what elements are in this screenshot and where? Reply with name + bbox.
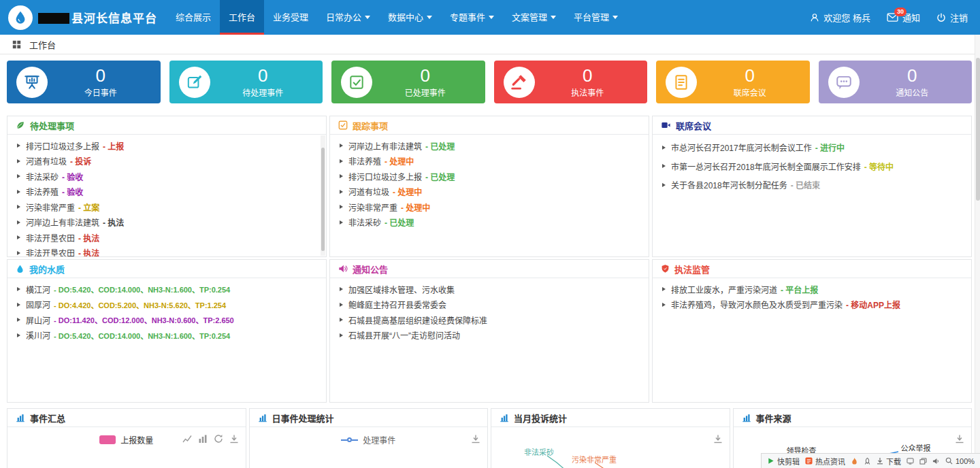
pending-item[interactable]: 河道有垃圾- 投诉 [7, 154, 326, 169]
notice-item[interactable]: 石城县开展“八一”走访慰问活动 [330, 328, 649, 344]
tracking-item[interactable]: 排污口垃圾过多上报- 已处理 [330, 169, 649, 184]
download-button[interactable]: 下载 [877, 456, 901, 467]
nav-item-platform-mgmt[interactable]: 平台管理 [565, 0, 627, 35]
panel-pending-items: 待处理事项 排污口垃圾过多上报- 上报 河道有垃圾- 投诉 非法采砂- 验收 非… [7, 116, 327, 257]
flame-icon[interactable] [851, 457, 858, 465]
notice-item[interactable]: 石城县提高基层组织建设经费保障标准 [330, 312, 649, 328]
panel-my-water-quality: 我的水质 横江河- DO:5.420、COD:14.000、NH3-N:1.60… [7, 259, 327, 403]
main-menu: 综合展示 工作台 业务受理 日常办公 数据中心 专题事件 文案管理 平台管理 [167, 0, 627, 35]
pending-item[interactable]: 污染非常严重- 立案 [7, 199, 326, 215]
bar-chart-icon[interactable] [198, 434, 208, 444]
water-values: - DO:5.420、COD:14.000、NH3-N:1.600、TP:0.2… [54, 284, 230, 295]
series-label: 公众举报 [901, 442, 931, 453]
nav-item-overview[interactable]: 综合展示 [167, 0, 220, 35]
notifications-button[interactable]: 30 通知 [887, 11, 920, 24]
nav-item-business[interactable]: 业务受理 [264, 0, 317, 35]
meeting-item[interactable]: 关于各县2018年河长制分配任务- 已结束 [653, 176, 971, 195]
enforcement-item[interactable]: 非法养殖鸡，导致河水颜色及水质受到严重污染- 移动APP上报 [653, 297, 971, 313]
chevron-down-icon [427, 16, 432, 19]
card-today-events[interactable]: 0今日事件 [7, 61, 161, 103]
panel-header-notices: 通知公告 [330, 260, 649, 278]
water-item[interactable]: 固厚河- DO:4.420、COD:5.200、NH3-N:5.620、TP:1… [7, 297, 326, 313]
meeting-item[interactable]: 市总河长召开2017年底河长制会议工作- 进行中 [653, 138, 971, 157]
scrollbar-thumb[interactable] [321, 148, 325, 251]
caret-right-icon [17, 205, 20, 209]
chart-title: 日事件处理统计 [272, 412, 334, 424]
panel-header-tracking: 跟踪事项 [330, 116, 649, 135]
water-item[interactable]: 溪川河- DO:5.420、COD:14.000、NH3-N:1.600、TP:… [7, 328, 326, 344]
meeting-item[interactable]: 市第一总河长召开2018年底河长制全面展示工作安排- 等待中 [653, 157, 971, 176]
water-item[interactable]: 屏山河- DO:11.420、COD:12.000、NH3-N:0.600、TP… [7, 312, 326, 328]
nav-item-daily-office[interactable]: 日常办公 [317, 0, 379, 35]
tracking-list: 河岸边上有非法建筑- 已处理 非法养殖- 处理中 排污口垃圾过多上报- 已处理 … [330, 135, 649, 230]
power-icon [936, 13, 946, 22]
water-values: - DO:5.420、COD:14.000、NH3-N:1.600、TP:0.2… [54, 330, 230, 341]
card-processed-events[interactable]: 0已处理事件 [331, 61, 485, 103]
line-chart-icon[interactable] [182, 434, 192, 444]
navbar-right: 欢迎您 杨兵 30 通知 注销 [810, 0, 980, 35]
notice-item[interactable]: 加强区域排水管理、污水收集 [330, 282, 649, 297]
refresh-icon[interactable] [214, 434, 223, 444]
download-icon[interactable] [713, 434, 723, 444]
tracking-item[interactable]: 非法养殖- 处理中 [330, 154, 649, 169]
chart-toolbar [713, 434, 723, 444]
zoom-control[interactable]: 100% [945, 457, 975, 465]
caret-right-icon [662, 303, 666, 307]
tracking-item[interactable]: 河岸边上有非法建筑- 已处理 [330, 138, 649, 154]
tracking-item[interactable]: 污染非常严重- 处理中 [330, 199, 649, 215]
meeting-status: - 已结束 [791, 179, 820, 190]
chart-daily-processing: 日事件处理统计 处理事件 [249, 408, 489, 468]
caret-right-icon [17, 287, 20, 291]
panel-title: 待处理事项 [30, 119, 74, 132]
download-icon[interactable] [229, 434, 239, 444]
tracking-item[interactable]: 非法采砂- 已处理 [330, 215, 649, 231]
windows-arrange-icon[interactable] [919, 458, 927, 465]
notice-title: 石城县开展“八一”走访慰问活动 [348, 329, 460, 341]
enforcement-item[interactable]: 排放工业废水，严重污染河道- 平台上报 [653, 282, 971, 297]
magnifier-icon [945, 457, 953, 465]
notice-item[interactable]: 鲍峰庭主持召开县委常委会 [330, 297, 649, 313]
screenshot-icon[interactable] [906, 458, 914, 465]
caret-right-icon [17, 159, 20, 163]
quick-clip-button[interactable]: 快剪辑 [767, 456, 800, 467]
event-status: - 处理中 [393, 186, 422, 197]
card-joint-meetings[interactable]: 0联席会议 [656, 61, 810, 103]
download-icon[interactable] [471, 434, 480, 444]
stat-label: 已处理事件 [372, 86, 478, 98]
user-menu[interactable]: 欢迎您 杨兵 [810, 11, 870, 24]
video-camera-icon [661, 120, 671, 130]
notice-title: 石城县提高基层组织建设经费保障标准 [348, 314, 487, 326]
chart-legend[interactable]: 处理事件 [250, 434, 488, 446]
event-title: 非法开垦农田 [26, 247, 75, 257]
panel-header-enforcement: 执法监管 [653, 260, 971, 278]
nav-item-data-center[interactable]: 数据中心 [379, 0, 441, 35]
panel-scrollbar[interactable] [321, 135, 325, 256]
speaker-icon[interactable] [932, 458, 940, 465]
pending-item[interactable]: 非法开垦农田- 执法 [7, 246, 326, 258]
scrollbar-thumb[interactable] [976, 58, 980, 201]
page-scrollbar[interactable] [975, 35, 980, 468]
pending-item[interactable]: 非法开垦农田- 执法 [7, 230, 326, 246]
card-pending-events[interactable]: 0待处理事件 [169, 61, 323, 103]
pending-item[interactable]: 河岸边上有非法建筑- 执法 [7, 215, 326, 231]
stat-value: 0 [258, 65, 267, 86]
pending-item[interactable]: 非法养殖- 验收 [7, 184, 326, 200]
event-status: - 处理中 [401, 201, 430, 213]
nav-item-special-events[interactable]: 专题事件 [441, 0, 503, 35]
card-enforcement-events[interactable]: 0执法事件 [494, 61, 648, 103]
nav-item-workbench[interactable]: 工作台 [220, 0, 264, 35]
tracking-item[interactable]: 河道有垃圾- 处理中 [330, 184, 649, 200]
chart-header-sources: 事件来源 [734, 409, 972, 427]
pending-item[interactable]: 非法采砂- 验收 [7, 169, 326, 184]
nav-item-document-mgmt[interactable]: 文案管理 [503, 0, 565, 35]
pending-item[interactable]: 排污口垃圾过多上报- 上报 [7, 138, 326, 154]
grid-menu-icon[interactable] [12, 40, 21, 49]
caret-right-icon [340, 287, 343, 291]
water-item[interactable]: 横江河- DO:5.420、COD:14.000、NH3-N:1.600、TP:… [7, 282, 326, 297]
card-announcements[interactable]: 0通知公告 [819, 61, 973, 103]
download-icon[interactable] [955, 434, 964, 444]
rocket-icon[interactable] [864, 457, 871, 465]
hot-news-button[interactable]: 热点资讯 [805, 456, 845, 467]
logout-button[interactable]: 注销 [936, 11, 968, 24]
complaints-chart-area: 非法采砂 污染非常严重 [491, 427, 730, 468]
